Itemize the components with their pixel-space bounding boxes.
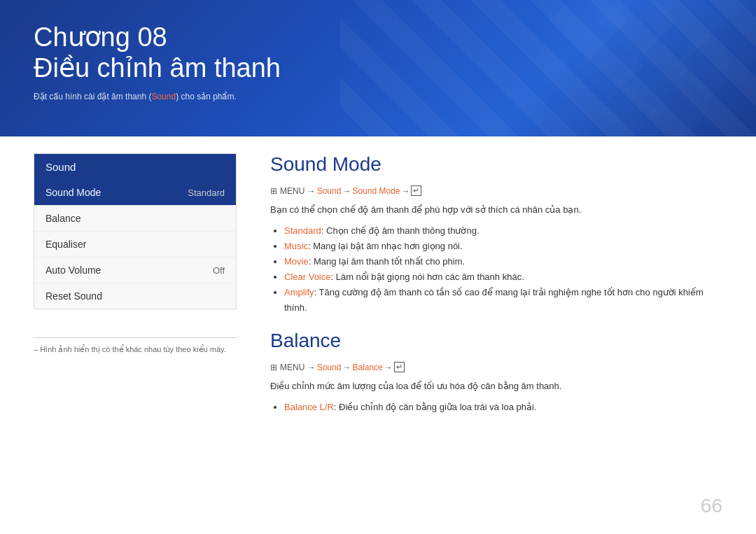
sound-mode-section: Sound Mode ⊞ MENU → Sound → Sound Mode →… <box>270 153 722 316</box>
sound-mode-title: Sound Mode <box>270 153 722 176</box>
sidebar-item-auto-volume[interactable]: Auto Volume Off <box>34 258 236 283</box>
sidebar-item-label: Sound Mode <box>46 187 101 198</box>
sidebar-item-value: Standard <box>188 188 225 198</box>
menu-icon: ⊞ <box>270 186 277 196</box>
sound-mode-bullets: Standard: Chọn chế độ âm thanh thông thư… <box>270 223 722 316</box>
header-subtitle: Đặt cấu hình cài đặt âm thanh (Sound) ch… <box>34 92 722 101</box>
sidebar-item-reset-sound[interactable]: Reset Sound <box>34 283 236 309</box>
sidebar: Sound Sound Mode Standard Balance Equali… <box>34 153 237 429</box>
page-number: 66 <box>701 495 722 517</box>
sidebar-note: – Hình ảnh hiển thị có thể khác nhau tùy… <box>34 337 237 354</box>
header-banner: Chương 08 Điều chỉnh âm thanh Đặt cấu hì… <box>0 0 756 136</box>
sidebar-item-sound-mode[interactable]: Sound Mode Standard <box>34 180 236 206</box>
sidebar-item-value: Off <box>213 265 225 276</box>
sidebar-item-label: Auto Volume <box>46 265 101 276</box>
chapter-label: Chương 08 <box>34 22 722 53</box>
page-title: Điều chỉnh âm thanh <box>34 53 722 84</box>
content-area: Sound Mode ⊞ MENU → Sound → Sound Mode →… <box>270 153 722 429</box>
list-item: Movie: Mang lại âm thanh tốt nhất cho ph… <box>284 254 722 269</box>
balance-menu-path: ⊞ MENU → Sound → Balance → ↵ <box>270 362 722 372</box>
sound-mode-desc: Bạn có thể chọn chế độ âm thanh để phù h… <box>270 203 722 218</box>
balance-section: Balance ⊞ MENU → Sound → Balance → ↵ Điề… <box>270 330 722 415</box>
balance-desc: Điều chỉnh mức âm lượng của loa để tối ư… <box>270 379 722 394</box>
list-item: Music: Mang lại bật âm nhạc hơn giọng nó… <box>284 239 722 254</box>
list-item: Amplify: Tăng cường độ âm thanh có tần s… <box>284 285 722 316</box>
sidebar-item-balance[interactable]: Balance <box>34 206 236 232</box>
main-content: Sound Sound Mode Standard Balance Equali… <box>0 136 756 446</box>
sidebar-item-equaliser[interactable]: Equaliser <box>34 232 236 258</box>
list-item: Balance L/R: Điều chỉnh độ cân bằng giữa… <box>284 400 722 415</box>
list-item: Clear Voice: Làm nổi bật giọng nói hơn c… <box>284 269 722 285</box>
sidebar-header: Sound <box>34 154 236 180</box>
sound-mode-menu-path: ⊞ MENU → Sound → Sound Mode → ↵ <box>270 185 722 196</box>
sidebar-item-label: Balance <box>46 213 81 224</box>
sidebar-menu: Sound Sound Mode Standard Balance Equali… <box>34 153 237 309</box>
balance-title: Balance <box>270 330 722 352</box>
sidebar-item-label: Equaliser <box>46 239 86 250</box>
balance-bullets: Balance L/R: Điều chỉnh độ cân bằng giữa… <box>270 400 722 415</box>
list-item: Standard: Chọn chế độ âm thanh thông thư… <box>284 223 722 239</box>
menu-icon: ⊞ <box>270 363 277 372</box>
sidebar-item-label: Reset Sound <box>46 290 102 302</box>
